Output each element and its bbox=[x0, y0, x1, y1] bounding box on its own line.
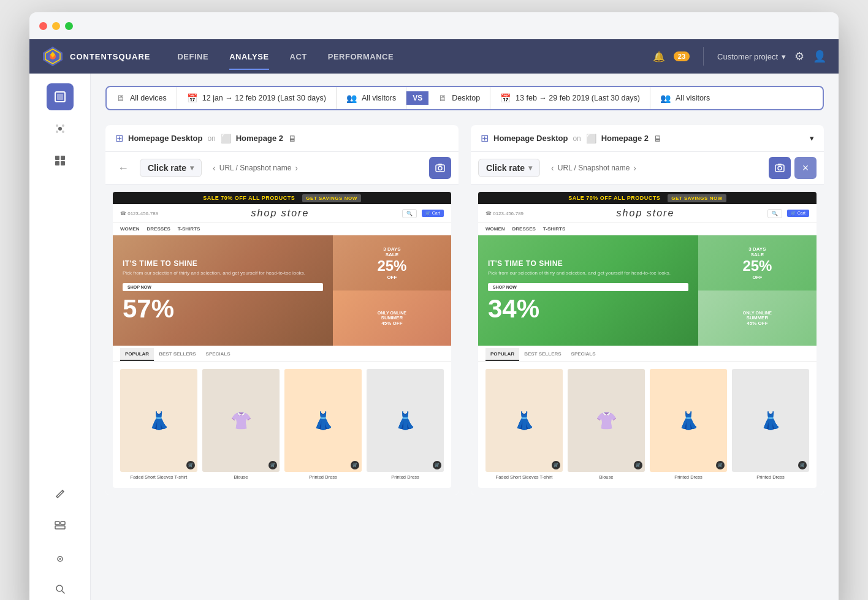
svg-line-21 bbox=[62, 591, 64, 593]
tab-specials-right[interactable]: SPECIALS bbox=[566, 348, 601, 361]
close-dot[interactable] bbox=[39, 22, 47, 30]
grid-tool[interactable] bbox=[47, 147, 74, 174]
svg-point-10 bbox=[62, 131, 64, 133]
tab-bestsellers-right[interactable]: BEST SELLERS bbox=[519, 348, 566, 361]
url-prev-left[interactable]: ‹ bbox=[213, 163, 216, 173]
device-filter-left[interactable]: 🖥 All devices bbox=[107, 87, 177, 109]
url-prev-right[interactable]: ‹ bbox=[551, 163, 554, 173]
svg-point-23 bbox=[438, 167, 442, 170]
tab-specials-left[interactable]: SPECIALS bbox=[201, 348, 235, 361]
calendar-icon-right: 📅 bbox=[500, 93, 511, 103]
site-products-right: 👗 🛒 Faded Short Sleeves T-shirt 👚 bbox=[478, 362, 817, 488]
date-label-left: 12 jan → 12 feb 2019 (Last 30 days) bbox=[202, 94, 326, 102]
nav-logo: CONTENTSQUARE bbox=[42, 45, 150, 67]
svg-point-7 bbox=[56, 124, 58, 127]
notification-bell[interactable]: 🔔 bbox=[653, 51, 665, 63]
settings-icon[interactable]: ⚙ bbox=[794, 50, 804, 63]
nav-items: DEFINE ANALYSE ACT PERFORMANCE bbox=[169, 48, 652, 65]
url-next-right[interactable]: › bbox=[633, 163, 636, 173]
site-topbar-right: SALE 70% OFF ALL PRODUCTS GET SAVINGS NO… bbox=[478, 192, 817, 204]
nav-define[interactable]: DEFINE bbox=[169, 48, 217, 65]
dot-tool[interactable] bbox=[47, 115, 74, 142]
page-icon-right: ⬜ bbox=[586, 134, 596, 143]
preview-area-right: SALE 70% OFF ALL PRODUCTS GET SAVINGS NO… bbox=[471, 184, 824, 495]
svg-rect-13 bbox=[55, 161, 59, 165]
monitor-icon-left: 🖥 bbox=[288, 134, 297, 143]
visitors-filter-left[interactable]: 👥 All visitors bbox=[337, 87, 406, 109]
product-3-left: 👗 🛒 Printed Dress bbox=[284, 369, 362, 480]
metric-selector-left[interactable]: Click rate ▾ bbox=[140, 159, 202, 177]
tab-popular-right[interactable]: POPULAR bbox=[485, 348, 519, 361]
main-content: 🖥 All devices 📅 12 jan → 12 feb 2019 (La… bbox=[29, 74, 839, 600]
date-label-right: 13 feb → 29 feb 2019 (Last 30 days) bbox=[516, 94, 640, 102]
date-filter-left[interactable]: 📅 12 jan → 12 feb 2019 (Last 30 days) bbox=[177, 87, 337, 109]
pencil-tool[interactable] bbox=[47, 480, 74, 507]
nav-divider bbox=[703, 47, 704, 66]
date-filter-right[interactable]: 📅 13 feb → 29 feb 2019 (Last 30 days) bbox=[490, 87, 650, 109]
screenshot-btn-right[interactable] bbox=[769, 157, 791, 179]
device-filter-right[interactable]: 🖥 Desktop bbox=[428, 87, 490, 109]
visitors-icon-right: 👥 bbox=[660, 93, 671, 103]
page2-name-right: Homepage 2 bbox=[601, 134, 649, 143]
tab-bestsellers-left[interactable]: BEST SELLERS bbox=[154, 348, 200, 361]
page2-name-left: Homepage 2 bbox=[236, 134, 283, 143]
visitors-label-left: All visitors bbox=[362, 94, 396, 102]
minimize-dot[interactable] bbox=[52, 22, 60, 30]
site-tabs-left: POPULAR BEST SELLERS SPECIALS bbox=[113, 348, 451, 362]
hero-tagline-right: IT'S TIME TO SHINE bbox=[488, 259, 688, 268]
url-label-left: URL / Snapshot name bbox=[219, 164, 292, 172]
product-1-left: 👗 🛒 Faded Short Sleeves T-shirt bbox=[120, 369, 197, 480]
preview-container-right: SALE 70% OFF ALL PRODUCTS GET SAVINGS NO… bbox=[478, 192, 817, 488]
url-nav-right: ‹ URL / Snapshot name › bbox=[551, 163, 636, 173]
nav-analyse[interactable]: ANALYSE bbox=[221, 48, 277, 65]
logo-icon bbox=[42, 45, 64, 67]
metric-selector-right[interactable]: Click rate ▾ bbox=[478, 159, 540, 177]
filter-bar: 🖥 All devices 📅 12 jan → 12 feb 2019 (La… bbox=[105, 86, 824, 110]
preview-container-left: SALE 70% OFF ALL PRODUCTS GET SAVINGS NO… bbox=[113, 192, 451, 488]
url-label-right: URL / Snapshot name bbox=[558, 164, 630, 172]
site-logo-right: shop store bbox=[617, 208, 675, 219]
mock-site-left: SALE 70% OFF ALL PRODUCTS GET SAVINGS NO… bbox=[113, 192, 451, 488]
url-next-left[interactable]: › bbox=[295, 163, 298, 173]
grid-icon-left: ⊞ bbox=[115, 132, 123, 144]
panel-dropdown-right[interactable]: ▾ bbox=[810, 134, 814, 143]
metric-label-left: Click rate bbox=[148, 163, 186, 173]
hero-cta-left: SHOP NOW bbox=[123, 283, 323, 291]
site-topbar-left: SALE 70% OFF ALL PRODUCTS GET SAVINGS NO… bbox=[113, 192, 451, 204]
svg-rect-24 bbox=[438, 164, 442, 165]
tab-popular-left[interactable]: POPULAR bbox=[120, 348, 154, 361]
sidebar bbox=[29, 74, 91, 600]
page-icon-left: ⬜ bbox=[221, 134, 231, 143]
close-panel-button[interactable]: × bbox=[794, 157, 817, 179]
project-selector[interactable]: Customer project ▾ bbox=[717, 52, 786, 61]
nav-performance[interactable]: PERFORMANCE bbox=[319, 48, 402, 65]
product-4-left: 👗 🛒 Printed Dress bbox=[367, 369, 444, 480]
maximize-dot[interactable] bbox=[65, 22, 73, 30]
device-icon-right: 🖥 bbox=[438, 93, 447, 103]
segment-tool[interactable] bbox=[47, 512, 74, 539]
visitors-filter-right[interactable]: 👥 All visitors bbox=[650, 87, 720, 109]
device-label-right: Desktop bbox=[452, 94, 480, 102]
svg-rect-17 bbox=[55, 526, 65, 529]
visitors-icon-left: 👥 bbox=[346, 93, 357, 103]
select-tool[interactable] bbox=[47, 83, 74, 110]
site-products-left: 👗 🛒 Faded Short Sleeves T-shirt 👚 bbox=[113, 362, 451, 488]
pointer-tool[interactable] bbox=[47, 544, 74, 571]
brand-label: CONTENTSQUARE bbox=[70, 52, 150, 61]
nav-act[interactable]: ACT bbox=[281, 48, 316, 65]
product-2-left: 👚 🛒 Blouse bbox=[202, 369, 280, 480]
zoom-tool[interactable] bbox=[47, 575, 74, 600]
panel-header-left: ⊞ Homepage Desktop on ⬜ Homepage 2 🖥 bbox=[105, 125, 459, 152]
back-arrow-left[interactable]: ← bbox=[113, 158, 134, 178]
content-area: 🖥 All devices 📅 12 jan → 12 feb 2019 (La… bbox=[91, 74, 839, 600]
hero-cta-right: SHOP NOW bbox=[488, 283, 688, 291]
page-name-left: Homepage Desktop bbox=[128, 134, 202, 143]
device-label-left: All devices bbox=[130, 94, 167, 102]
url-nav-left: ‹ URL / Snapshot name › bbox=[213, 163, 298, 173]
toolbar-left: ← Click rate ▾ ‹ URL / Snapshot name › bbox=[105, 152, 459, 184]
hero-percent-right: 34% bbox=[488, 296, 688, 322]
user-icon[interactable]: 👤 bbox=[813, 50, 826, 63]
nav-right: 🔔 23 Customer project ▾ ⚙ 👤 bbox=[653, 47, 826, 66]
vs-badge: VS bbox=[406, 91, 428, 105]
screenshot-btn-left[interactable] bbox=[429, 157, 451, 179]
